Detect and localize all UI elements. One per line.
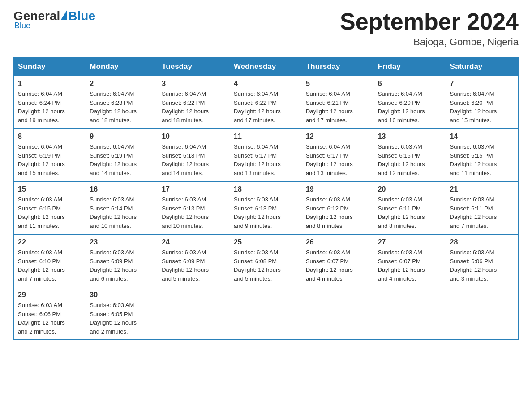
logo: General Blue Blue <box>13 9 95 30</box>
day-number: 6 <box>378 80 442 88</box>
day-number: 3 <box>162 80 226 88</box>
calendar-cell: 9Sunrise: 6:04 AMSunset: 6:19 PMDaylight… <box>86 128 158 181</box>
calendar-cell: 14Sunrise: 6:03 AMSunset: 6:15 PMDayligh… <box>446 128 518 181</box>
logo-triangle-icon <box>61 10 67 20</box>
day-info: Sunrise: 6:03 AMSunset: 6:06 PMDaylight:… <box>450 248 514 283</box>
day-info: Sunrise: 6:03 AMSunset: 6:08 PMDaylight:… <box>234 248 298 283</box>
day-info: Sunrise: 6:03 AMSunset: 6:15 PMDaylight:… <box>18 195 82 230</box>
day-number: 1 <box>18 80 82 88</box>
calendar-cell: 4Sunrise: 6:04 AMSunset: 6:22 PMDaylight… <box>230 76 302 129</box>
day-info: Sunrise: 6:03 AMSunset: 6:13 PMDaylight:… <box>162 195 226 230</box>
logo-blue-text: Blue <box>68 9 95 23</box>
calendar-cell: 20Sunrise: 6:03 AMSunset: 6:11 PMDayligh… <box>374 181 446 234</box>
day-number: 24 <box>162 238 226 246</box>
day-info: Sunrise: 6:04 AMSunset: 6:17 PMDaylight:… <box>306 142 370 177</box>
day-info: Sunrise: 6:04 AMSunset: 6:21 PMDaylight:… <box>306 90 370 124</box>
calendar-cell: 25Sunrise: 6:03 AMSunset: 6:08 PMDayligh… <box>230 234 302 287</box>
day-info: Sunrise: 6:03 AMSunset: 6:07 PMDaylight:… <box>378 248 442 283</box>
calendar-cell: 12Sunrise: 6:04 AMSunset: 6:17 PMDayligh… <box>302 128 374 181</box>
day-number: 22 <box>18 238 82 246</box>
day-info: Sunrise: 6:03 AMSunset: 6:09 PMDaylight:… <box>90 248 154 283</box>
day-number: 11 <box>234 133 298 141</box>
calendar-cell: 17Sunrise: 6:03 AMSunset: 6:13 PMDayligh… <box>158 181 230 234</box>
header-saturday: Saturday <box>446 57 518 76</box>
day-info: Sunrise: 6:04 AMSunset: 6:20 PMDaylight:… <box>450 90 514 124</box>
day-number: 25 <box>234 238 298 246</box>
day-number: 8 <box>18 133 82 141</box>
day-number: 10 <box>162 133 226 141</box>
calendar-cell <box>302 287 374 340</box>
day-number: 15 <box>18 185 82 193</box>
calendar-cell <box>230 287 302 340</box>
calendar-cell: 3Sunrise: 6:04 AMSunset: 6:22 PMDaylight… <box>158 76 230 129</box>
day-number: 27 <box>378 238 442 246</box>
day-number: 17 <box>162 185 226 193</box>
day-number: 26 <box>306 238 370 246</box>
header-thursday: Thursday <box>302 57 374 76</box>
day-info: Sunrise: 6:03 AMSunset: 6:10 PMDaylight:… <box>18 248 82 283</box>
calendar-cell: 1Sunrise: 6:04 AMSunset: 6:24 PMDaylight… <box>14 76 86 129</box>
calendar-cell <box>158 287 230 340</box>
calendar-cell: 5Sunrise: 6:04 AMSunset: 6:21 PMDaylight… <box>302 76 374 129</box>
day-info: Sunrise: 6:03 AMSunset: 6:07 PMDaylight:… <box>306 248 370 283</box>
day-info: Sunrise: 6:04 AMSunset: 6:19 PMDaylight:… <box>18 142 82 177</box>
calendar-cell: 15Sunrise: 6:03 AMSunset: 6:15 PMDayligh… <box>14 181 86 234</box>
header-sunday: Sunday <box>14 57 86 76</box>
day-number: 13 <box>378 133 442 141</box>
calendar-cell: 10Sunrise: 6:04 AMSunset: 6:18 PMDayligh… <box>158 128 230 181</box>
day-number: 5 <box>306 80 370 88</box>
calendar-cell: 23Sunrise: 6:03 AMSunset: 6:09 PMDayligh… <box>86 234 158 287</box>
calendar-cell: 7Sunrise: 6:04 AMSunset: 6:20 PMDaylight… <box>446 76 518 129</box>
day-number: 4 <box>234 80 298 88</box>
calendar-cell: 27Sunrise: 6:03 AMSunset: 6:07 PMDayligh… <box>374 234 446 287</box>
day-number: 23 <box>90 238 154 246</box>
day-number: 20 <box>378 185 442 193</box>
day-info: Sunrise: 6:03 AMSunset: 6:14 PMDaylight:… <box>90 195 154 230</box>
day-info: Sunrise: 6:04 AMSunset: 6:22 PMDaylight:… <box>234 90 298 124</box>
calendar-cell: 26Sunrise: 6:03 AMSunset: 6:07 PMDayligh… <box>302 234 374 287</box>
calendar-cell: 8Sunrise: 6:04 AMSunset: 6:19 PMDaylight… <box>14 128 86 181</box>
day-info: Sunrise: 6:04 AMSunset: 6:20 PMDaylight:… <box>378 90 442 124</box>
calendar-cell: 21Sunrise: 6:03 AMSunset: 6:11 PMDayligh… <box>446 181 518 234</box>
calendar-cell <box>446 287 518 340</box>
calendar-cell: 6Sunrise: 6:04 AMSunset: 6:20 PMDaylight… <box>374 76 446 129</box>
day-info: Sunrise: 6:04 AMSunset: 6:17 PMDaylight:… <box>234 142 298 177</box>
calendar-cell: 2Sunrise: 6:04 AMSunset: 6:23 PMDaylight… <box>86 76 158 129</box>
calendar-cell: 29Sunrise: 6:03 AMSunset: 6:06 PMDayligh… <box>14 287 86 340</box>
day-number: 18 <box>234 185 298 193</box>
day-info: Sunrise: 6:03 AMSunset: 6:09 PMDaylight:… <box>162 248 226 283</box>
logo-underline-text: Blue <box>14 21 30 30</box>
title-block: September 2024 Bajoga, Gombe, Nigeria <box>340 9 519 48</box>
calendar-table: SundayMondayTuesdayWednesdayThursdayFrid… <box>13 57 519 340</box>
header-monday: Monday <box>86 57 158 76</box>
header-tuesday: Tuesday <box>158 57 230 76</box>
day-info: Sunrise: 6:04 AMSunset: 6:23 PMDaylight:… <box>90 90 154 124</box>
day-info: Sunrise: 6:03 AMSunset: 6:05 PMDaylight:… <box>90 301 154 336</box>
day-number: 14 <box>450 133 514 141</box>
calendar-cell: 24Sunrise: 6:03 AMSunset: 6:09 PMDayligh… <box>158 234 230 287</box>
calendar-cell: 30Sunrise: 6:03 AMSunset: 6:05 PMDayligh… <box>86 287 158 340</box>
day-info: Sunrise: 6:03 AMSunset: 6:11 PMDaylight:… <box>450 195 514 230</box>
day-info: Sunrise: 6:03 AMSunset: 6:06 PMDaylight:… <box>18 301 82 336</box>
day-info: Sunrise: 6:03 AMSunset: 6:15 PMDaylight:… <box>450 142 514 177</box>
day-number: 21 <box>450 185 514 193</box>
day-number: 2 <box>90 80 154 88</box>
day-info: Sunrise: 6:03 AMSunset: 6:13 PMDaylight:… <box>234 195 298 230</box>
day-info: Sunrise: 6:03 AMSunset: 6:16 PMDaylight:… <box>378 142 442 177</box>
calendar-cell: 16Sunrise: 6:03 AMSunset: 6:14 PMDayligh… <box>86 181 158 234</box>
day-number: 30 <box>90 291 154 299</box>
month-year-title: September 2024 <box>340 9 519 34</box>
calendar-cell: 22Sunrise: 6:03 AMSunset: 6:10 PMDayligh… <box>14 234 86 287</box>
day-info: Sunrise: 6:04 AMSunset: 6:22 PMDaylight:… <box>162 90 226 124</box>
calendar-cell: 18Sunrise: 6:03 AMSunset: 6:13 PMDayligh… <box>230 181 302 234</box>
header-friday: Friday <box>374 57 446 76</box>
day-number: 9 <box>90 133 154 141</box>
day-number: 19 <box>306 185 370 193</box>
page-header: General Blue Blue September 2024 Bajoga,… <box>13 9 519 48</box>
day-number: 28 <box>450 238 514 246</box>
location-subtitle: Bajoga, Gombe, Nigeria <box>340 36 519 48</box>
day-number: 16 <box>90 185 154 193</box>
calendar-cell: 19Sunrise: 6:03 AMSunset: 6:12 PMDayligh… <box>302 181 374 234</box>
day-number: 29 <box>18 291 82 299</box>
day-info: Sunrise: 6:03 AMSunset: 6:11 PMDaylight:… <box>378 195 442 230</box>
